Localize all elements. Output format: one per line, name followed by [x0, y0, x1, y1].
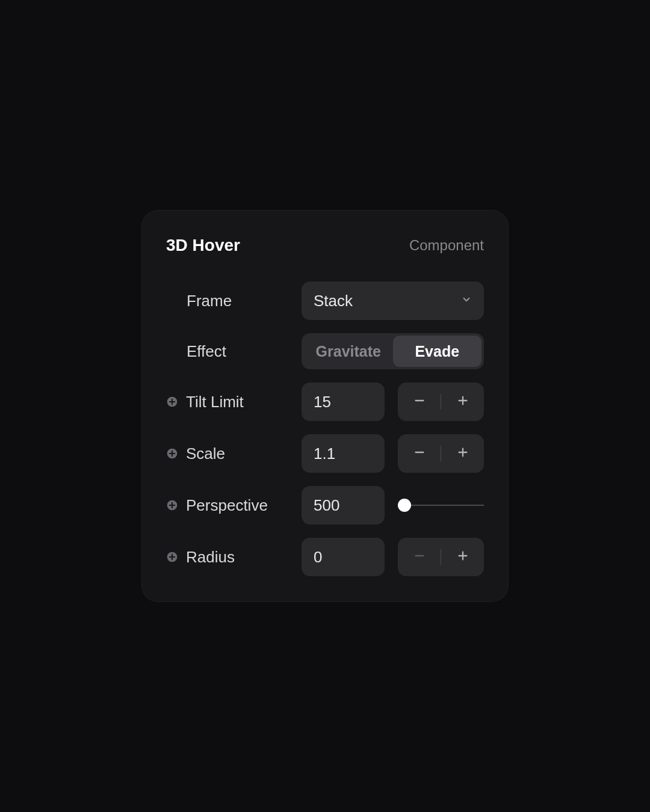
scale-input[interactable]: 1.1: [302, 434, 385, 473]
frame-row: Frame Stack: [166, 281, 484, 320]
radius-row: Radius 0: [166, 538, 484, 576]
tilt-limit-stepper: [398, 383, 484, 421]
radius-stepper: [398, 538, 484, 576]
scale-stepper: [398, 434, 484, 473]
scale-controls: 1.1: [302, 434, 484, 473]
perspective-input[interactable]: 500: [302, 486, 385, 524]
tilt-limit-label: Tilt Limit: [186, 393, 244, 411]
scale-label-wrap: Scale: [166, 444, 302, 463]
slider-thumb[interactable]: [398, 499, 411, 512]
frame-label-wrap: Frame: [166, 292, 302, 310]
scale-increment[interactable]: [441, 434, 484, 473]
plus-circle-icon[interactable]: [166, 499, 178, 511]
tilt-limit-row: Tilt Limit 15: [166, 383, 484, 421]
perspective-slider[interactable]: [398, 486, 484, 524]
scale-decrement[interactable]: [398, 434, 441, 473]
frame-select[interactable]: Stack: [302, 281, 484, 320]
radius-label-wrap: Radius: [166, 548, 302, 567]
tilt-limit-input[interactable]: 15: [302, 383, 385, 421]
radius-increment[interactable]: [441, 538, 484, 576]
frame-select-value: Stack: [314, 292, 353, 310]
effect-segmented: Gravitate Evade: [302, 333, 484, 369]
minus-icon: [413, 549, 426, 565]
effect-label-wrap: Effect: [166, 342, 302, 361]
plus-circle-icon[interactable]: [166, 396, 178, 408]
panel-type-label: Component: [409, 237, 484, 254]
effect-label: Effect: [187, 342, 226, 361]
plus-icon: [456, 446, 469, 461]
plus-circle-icon[interactable]: [166, 551, 178, 563]
perspective-row: Perspective 500: [166, 486, 484, 524]
tilt-limit-decrement[interactable]: [398, 383, 441, 421]
chevron-down-icon: [461, 294, 472, 307]
tilt-limit-label-wrap: Tilt Limit: [166, 393, 302, 411]
scale-label: Scale: [186, 444, 225, 463]
radius-controls: 0: [302, 538, 484, 576]
effect-row: Effect Gravitate Evade: [166, 333, 484, 369]
frame-label: Frame: [187, 292, 232, 310]
panel-header: 3D Hover Component: [166, 236, 484, 255]
perspective-controls: 500: [302, 486, 484, 524]
perspective-label-wrap: Perspective: [166, 496, 302, 515]
tilt-limit-increment[interactable]: [441, 383, 484, 421]
effect-option-gravitate[interactable]: Gravitate: [304, 336, 393, 367]
radius-input[interactable]: 0: [302, 538, 385, 576]
minus-icon: [413, 394, 426, 410]
plus-circle-icon[interactable]: [166, 448, 178, 460]
radius-label: Radius: [186, 548, 235, 567]
effect-option-evade[interactable]: Evade: [393, 336, 482, 367]
radius-decrement[interactable]: [398, 538, 441, 576]
minus-icon: [413, 446, 426, 461]
perspective-label: Perspective: [186, 496, 268, 515]
plus-icon: [456, 394, 469, 410]
scale-row: Scale 1.1: [166, 434, 484, 473]
plus-icon: [456, 549, 469, 565]
tilt-limit-controls: 15: [302, 383, 484, 421]
hover-panel: 3D Hover Component Frame Stack Effect Gr…: [141, 210, 509, 602]
panel-title: 3D Hover: [166, 236, 240, 255]
